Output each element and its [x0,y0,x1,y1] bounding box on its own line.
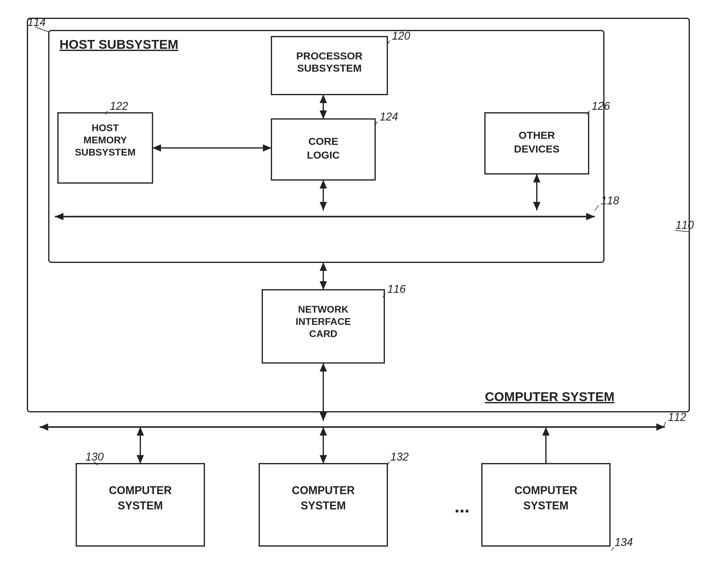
svg-text:SUBSYSTEM: SUBSYSTEM [75,147,135,158]
svg-text:HOST: HOST [92,122,119,133]
svg-text:134: 134 [615,536,633,548]
svg-text:110: 110 [676,219,694,231]
svg-marker-69 [542,427,550,436]
svg-text:...: ... [455,496,470,517]
svg-text:COMPUTER: COMPUTER [109,484,172,496]
diagram-svg: HOST SUBSYSTEM PROCESSOR SUBSYSTEM 120 C… [9,9,717,561]
diagram: HOST SUBSYSTEM PROCESSOR SUBSYSTEM 120 C… [9,9,717,561]
svg-marker-67 [320,427,327,436]
svg-text:OTHER: OTHER [519,129,555,141]
svg-text:COMPUTER: COMPUTER [292,484,355,496]
svg-text:PROCESSOR: PROCESSOR [296,50,362,62]
svg-text:DEVICES: DEVICES [514,143,559,155]
svg-marker-64 [137,427,144,436]
svg-text:112: 112 [668,411,686,423]
svg-marker-58 [40,423,48,431]
svg-marker-63 [137,455,144,464]
svg-line-61 [663,422,666,427]
svg-text:COMPUTER SYSTEM: COMPUTER SYSTEM [485,389,615,404]
svg-text:116: 116 [387,283,406,295]
svg-text:132: 132 [390,451,409,463]
svg-text:CARD: CARD [309,328,337,339]
svg-text:122: 122 [110,100,128,112]
svg-text:NETWORK: NETWORK [298,304,348,315]
svg-text:SYSTEM: SYSTEM [301,499,346,512]
svg-text:SYSTEM: SYSTEM [523,499,569,512]
svg-marker-66 [320,455,327,464]
svg-text:SYSTEM: SYSTEM [118,499,163,512]
svg-text:114: 114 [27,16,46,28]
svg-line-85 [611,547,614,551]
host-subsystem-label: HOST SUBSYSTEM [59,37,178,51]
svg-text:126: 126 [592,100,610,112]
svg-text:118: 118 [601,194,619,207]
svg-marker-55 [320,413,327,421]
svg-text:COMPUTER: COMPUTER [514,484,577,496]
svg-text:130: 130 [85,451,104,463]
svg-text:SUBSYSTEM: SUBSYSTEM [297,62,362,74]
svg-text:CORE: CORE [308,135,338,147]
svg-text:124: 124 [380,110,398,123]
svg-text:INTERFACE: INTERFACE [295,316,351,327]
svg-text:MEMORY: MEMORY [84,134,127,145]
svg-text:LOGIC: LOGIC [307,149,340,161]
svg-text:120: 120 [392,30,410,42]
